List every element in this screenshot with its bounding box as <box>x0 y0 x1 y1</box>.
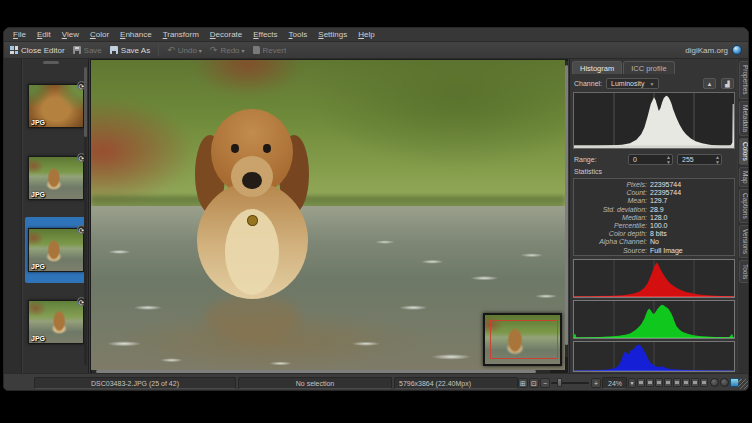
dog-reflection <box>205 296 300 339</box>
revert-icon <box>253 46 260 54</box>
green-channel-histogram <box>573 300 735 339</box>
menu-tools[interactable]: Tools <box>289 30 308 39</box>
stat-value: 128.0 <box>650 214 668 222</box>
zoom-out-button[interactable]: − <box>540 378 550 388</box>
dog-subject <box>191 103 314 298</box>
stat-label: Pixels: <box>574 181 650 189</box>
spin-arrows-icon[interactable]: ▲▼ <box>715 155 720 165</box>
sidebar-tab-metadata[interactable]: Metadata <box>739 101 750 136</box>
redo-icon: ↷ <box>210 46 218 54</box>
redo-dropdown-icon: ▾ <box>242 47 245 54</box>
stat-value: 129.7 <box>650 197 668 205</box>
photo-background-hills <box>91 60 565 215</box>
status-mini-button-1[interactable] <box>637 378 645 387</box>
save-button[interactable]: Save <box>73 46 102 55</box>
thumbnail-image-3[interactable]: JPG ⟳ <box>28 228 84 272</box>
fit-selection-button[interactable]: ⊡ <box>529 378 539 388</box>
status-mini-button-8[interactable] <box>700 378 708 387</box>
zoom-slider-handle[interactable] <box>557 378 562 387</box>
menu-decorate[interactable]: Decorate <box>210 30 242 39</box>
stat-label: Source: <box>574 247 650 255</box>
status-filename: DSC03483-2.JPG (25 of 42) <box>34 377 236 389</box>
stat-label: Color depth: <box>574 230 650 238</box>
over-exposure-indicator-button[interactable] <box>720 378 729 387</box>
thumbnail-item-2[interactable]: JPG ⟳ <box>25 145 87 211</box>
stat-label: Mean: <box>574 197 650 205</box>
menu-enhance[interactable]: Enhance <box>120 30 152 39</box>
menu-settings[interactable]: Settings <box>318 30 347 39</box>
sidebar-tab-versions[interactable]: Versions <box>739 225 750 258</box>
channel-label: Channel: <box>574 80 602 87</box>
format-badge: JPG <box>31 335 45 342</box>
status-mini-button-7[interactable] <box>691 378 699 387</box>
menu-file[interactable]: File <box>13 30 26 39</box>
luminosity-histogram[interactable] <box>573 92 735 149</box>
range-min-spinbox[interactable]: 0 ▲▼ <box>628 154 673 165</box>
undo-label: Undo <box>178 46 197 55</box>
stat-value: Full Image <box>650 247 683 255</box>
menu-color[interactable]: Color <box>90 30 109 39</box>
status-mini-button-5[interactable] <box>673 378 681 387</box>
range-max-spinbox[interactable]: 255 ▲▼ <box>677 154 722 165</box>
tab-histogram[interactable]: Histogram <box>572 61 622 74</box>
linear-scale-button[interactable]: ▲ <box>703 78 716 89</box>
zoom-value: 24% <box>608 380 622 387</box>
menu-transform[interactable]: Transform <box>163 30 199 39</box>
thumbnail-image-4[interactable]: JPG ⟳ <box>28 300 84 344</box>
channel-combobox[interactable]: Luminosity ▼ <box>606 78 659 89</box>
sidebar-tab-tools[interactable]: Tools <box>739 260 750 283</box>
under-exposure-indicator-button[interactable] <box>710 378 719 387</box>
thumbnail-image-1[interactable]: JPG ⟳ <box>28 84 84 128</box>
menu-view[interactable]: View <box>62 30 79 39</box>
editor-canvas[interactable] <box>90 59 568 373</box>
thumbnail-item-1[interactable]: JPG ⟳ <box>25 73 87 139</box>
undo-button[interactable]: ↶ Undo ▾ <box>167 46 202 55</box>
revert-button[interactable]: Revert <box>253 46 287 55</box>
redo-button[interactable]: ↷ Redo ▾ <box>210 46 245 55</box>
status-mini-button-6[interactable] <box>682 378 690 387</box>
pan-view-rectangle[interactable] <box>490 320 558 359</box>
menu-edit[interactable]: Edit <box>37 30 51 39</box>
chevron-down-icon: ▼ <box>650 81 655 87</box>
toolbar-separator <box>158 44 159 56</box>
tab-icc-profile[interactable]: ICC profile <box>623 61 674 74</box>
zoom-dropdown-button[interactable]: ▼ <box>628 378 636 388</box>
menu-help[interactable]: Help <box>358 30 374 39</box>
digikam-brand: digiKam.org <box>685 45 742 55</box>
status-tool-buttons <box>637 378 708 387</box>
right-sidebar-tabs: Properties Metadata Colors Map Captions … <box>738 59 749 373</box>
status-mini-button-4[interactable] <box>664 378 672 387</box>
fit-window-button[interactable]: ⊞ <box>518 378 528 388</box>
zoom-combobox[interactable]: 24% <box>602 377 627 389</box>
sidebar-tab-properties[interactable]: Properties <box>739 61 750 99</box>
redo-label: Redo <box>220 46 239 55</box>
thumbnail-item-4[interactable]: JPG ⟳ <box>25 289 87 355</box>
thumbnail-item-3-selected[interactable]: JPG ⟳ <box>25 217 87 283</box>
stat-value: 22395744 <box>650 181 681 189</box>
save-label: Save <box>84 46 102 55</box>
thumbbar-handle[interactable] <box>43 61 59 64</box>
thumbnail-image-2[interactable]: JPG ⟳ <box>28 156 84 200</box>
window-resize-grip[interactable] <box>738 379 748 389</box>
sidebar-tab-map[interactable]: Map <box>739 167 750 188</box>
thumbbar-scrollbar[interactable] <box>84 67 87 365</box>
statistics-title: Statistics <box>574 168 602 175</box>
sidebar-tab-colors[interactable]: Colors <box>739 138 750 165</box>
zoom-in-button[interactable]: + <box>591 378 601 388</box>
canvas-vertical-scrollbar[interactable] <box>565 61 568 357</box>
log-scale-button[interactable]: ▟ <box>721 78 734 89</box>
status-mini-button-3[interactable] <box>655 378 663 387</box>
close-editor-button[interactable]: Close Editor <box>10 46 65 55</box>
status-mini-button-2[interactable] <box>646 378 654 387</box>
menu-effects[interactable]: Effects <box>253 30 277 39</box>
pan-navigation-overlay[interactable] <box>483 313 562 366</box>
format-badge: JPG <box>31 191 45 198</box>
spin-arrows-icon[interactable]: ▲▼ <box>666 155 671 165</box>
stat-value: 8 bits <box>650 230 667 238</box>
format-badge: JPG <box>31 263 45 270</box>
photo-preview[interactable] <box>91 60 565 370</box>
format-badge: JPG <box>31 119 45 126</box>
save-as-button[interactable]: Save As <box>110 46 150 55</box>
sidebar-tab-captions[interactable]: Captions <box>739 189 750 223</box>
stat-value: No <box>650 238 659 246</box>
